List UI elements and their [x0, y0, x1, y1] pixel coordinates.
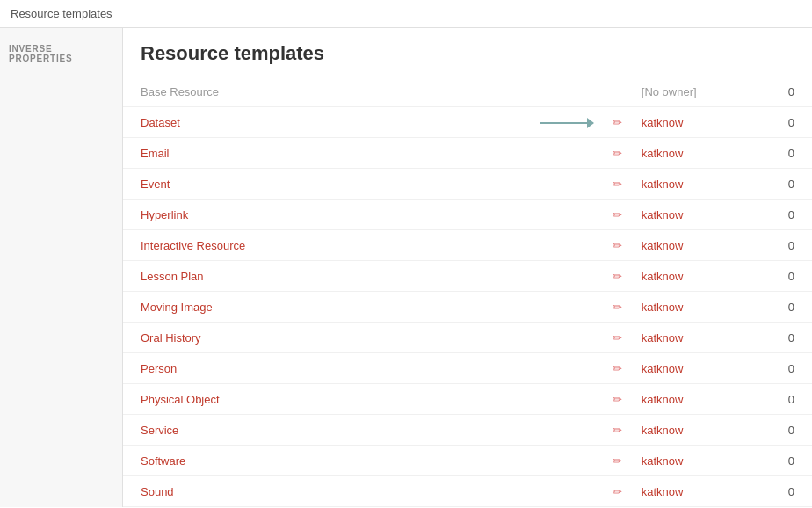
count-cell: 0: [752, 169, 812, 200]
owner-link[interactable]: katknow: [642, 393, 684, 406]
name-cell: Event: [123, 169, 522, 200]
edit-pencil-icon[interactable]: [613, 207, 622, 221]
count-cell: 0: [752, 415, 812, 446]
arrow-cell: [522, 384, 602, 415]
edit-icon-cell: [602, 415, 633, 446]
arrow-indicator: [540, 122, 593, 124]
template-name-link[interactable]: Email: [141, 147, 170, 160]
sidebar-label: INVERSE PROPERTIES: [0, 39, 122, 67]
edit-pencil-icon[interactable]: [613, 423, 622, 437]
name-cell: Base Resource: [123, 76, 522, 107]
arrow-cell: [522, 353, 602, 384]
owner-cell: katknow: [633, 169, 752, 200]
main-content: Resource templates Base Resource[No owne…: [123, 28, 812, 507]
owner-link[interactable]: katknow: [642, 331, 684, 345]
template-name-link[interactable]: Dataset: [141, 116, 180, 129]
owner-cell: katknow: [633, 107, 752, 138]
edit-icon-cell: [602, 292, 633, 323]
sidebar: INVERSE PROPERTIES: [0, 28, 123, 507]
template-name-link[interactable]: Event: [141, 178, 170, 191]
table-row: Still Imagekatknow0: [123, 507, 812, 508]
arrow-cell: [522, 169, 602, 200]
owner-cell: katknow: [633, 292, 752, 323]
template-name-link[interactable]: Base Resource: [141, 85, 219, 98]
owner-link[interactable]: katknow: [642, 178, 684, 191]
owner-link[interactable]: katknow: [642, 424, 684, 437]
edit-pencil-icon[interactable]: [613, 361, 622, 375]
name-cell: Email: [123, 138, 522, 169]
table-row: Eventkatknow0: [123, 169, 812, 200]
template-name-link[interactable]: Service: [141, 424, 178, 437]
arrow-cell: [522, 415, 602, 446]
template-name-link[interactable]: Person: [141, 362, 177, 375]
name-cell: Hyperlink: [123, 200, 522, 230]
resource-templates-table: Base Resource[No owner]0Datasetkatknow0E…: [123, 76, 812, 507]
name-cell: Software: [123, 446, 522, 476]
owner-link[interactable]: katknow: [642, 208, 684, 221]
edit-pencil-icon[interactable]: [613, 300, 622, 314]
table-row: Datasetkatknow0: [123, 107, 812, 138]
edit-pencil-icon[interactable]: [613, 115, 622, 129]
edit-pencil-icon[interactable]: [613, 177, 622, 191]
table-row: Servicekatknow0: [123, 415, 812, 446]
name-cell: Sound: [123, 476, 522, 507]
arrow-cell: [522, 476, 602, 507]
template-name-link[interactable]: Interactive Resource: [141, 239, 245, 252]
table-row: Interactive Resourcekatknow0: [123, 230, 812, 261]
arrow-cell: [522, 292, 602, 323]
owner-cell: katknow: [633, 323, 752, 353]
template-name-link[interactable]: Lesson Plan: [141, 270, 204, 283]
template-name-link[interactable]: Hyperlink: [141, 208, 188, 221]
edit-pencil-icon[interactable]: [613, 269, 622, 283]
name-cell: Person: [123, 353, 522, 384]
edit-pencil-icon[interactable]: [613, 392, 622, 406]
owner-link[interactable]: katknow: [642, 485, 684, 498]
name-cell: Physical Object: [123, 384, 522, 415]
name-cell: Dataset: [123, 107, 522, 138]
edit-icon-cell: [602, 200, 633, 230]
count-cell: 0: [752, 138, 812, 169]
edit-pencil-icon[interactable]: [613, 146, 622, 160]
template-name-link[interactable]: Sound: [141, 485, 174, 498]
owner-link[interactable]: katknow: [642, 301, 684, 314]
page-header: Resource templates: [123, 28, 812, 76]
owner-cell: katknow: [633, 446, 752, 476]
edit-pencil-icon[interactable]: [613, 484, 622, 498]
owner-link[interactable]: katknow: [642, 116, 684, 129]
arrow-cell: [522, 261, 602, 292]
breadcrumb-bar: Resource templates: [0, 0, 812, 28]
count-cell: 0: [752, 107, 812, 138]
edit-pencil-icon[interactable]: [613, 330, 622, 345]
template-name-link[interactable]: Moving Image: [141, 301, 213, 314]
edit-icon-cell: [602, 384, 633, 415]
count-cell: 0: [752, 323, 812, 353]
edit-pencil-icon[interactable]: [613, 238, 622, 252]
table-row: Physical Objectkatknow0: [123, 384, 812, 415]
name-cell: Lesson Plan: [123, 261, 522, 292]
edit-icon-cell: [602, 507, 633, 508]
count-cell: 0: [752, 76, 812, 107]
template-name-link[interactable]: Software: [141, 454, 185, 468]
count-cell: 0: [752, 446, 812, 476]
owner-link[interactable]: katknow: [642, 147, 684, 160]
arrow-cell: [522, 138, 602, 169]
owner-link[interactable]: katknow: [642, 454, 684, 468]
table-row: Lesson Plankatknow0: [123, 261, 812, 292]
arrow-cell: [522, 507, 602, 508]
owner-link[interactable]: katknow: [642, 239, 684, 252]
arrow-cell: [522, 323, 602, 353]
template-name-link[interactable]: Physical Object: [141, 393, 220, 406]
count-cell: 0: [752, 261, 812, 292]
edit-icon-cell: [602, 107, 633, 138]
owner-link[interactable]: katknow: [642, 270, 684, 283]
owner-cell: katknow: [633, 200, 752, 230]
edit-icon-cell: [602, 323, 633, 353]
table-row: Soundkatknow0: [123, 476, 812, 507]
edit-icon-cell: [602, 261, 633, 292]
edit-icon-cell: [602, 446, 633, 476]
owner-cell: katknow: [633, 230, 752, 261]
owner-link[interactable]: katknow: [642, 362, 684, 375]
table-row: Oral Historykatknow0: [123, 323, 812, 353]
edit-pencil-icon[interactable]: [613, 454, 622, 468]
template-name-link[interactable]: Oral History: [141, 331, 201, 345]
